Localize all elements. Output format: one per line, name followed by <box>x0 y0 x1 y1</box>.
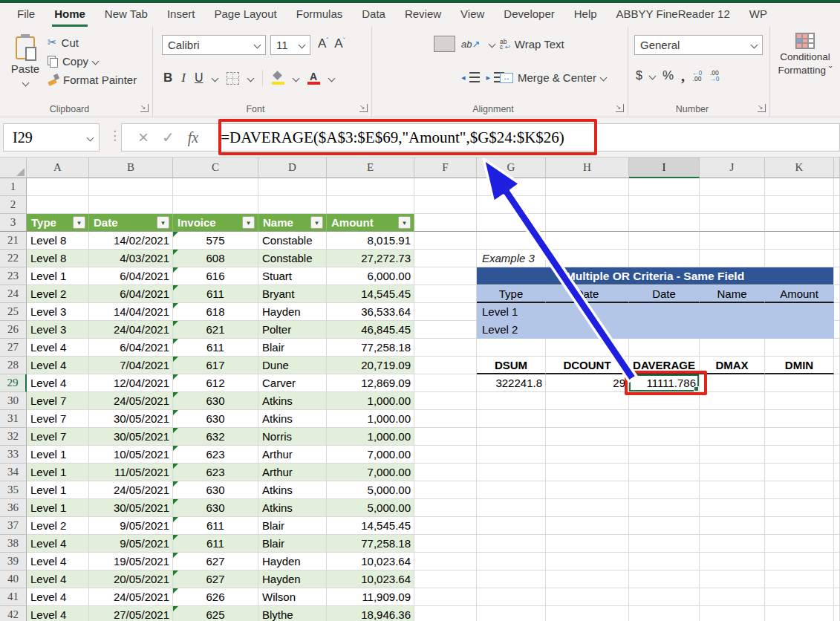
dfunction-value-J29[interactable] <box>700 374 765 392</box>
cell-A32[interactable]: Level 7 <box>27 428 89 446</box>
font-color-icon[interactable]: A <box>307 72 320 85</box>
font-name-combobox[interactable]: Calibri <box>162 35 266 55</box>
cell-G1[interactable] <box>477 178 546 196</box>
cell-D28[interactable]: Dune <box>258 357 327 374</box>
column-header-F[interactable]: F <box>414 157 477 178</box>
cell-partial-35[interactable] <box>834 481 840 499</box>
cell-G31[interactable] <box>477 410 546 428</box>
cell-partial-23[interactable] <box>834 267 840 285</box>
cell-K2[interactable] <box>765 196 834 214</box>
filter-button-amount[interactable]: ▾ <box>398 216 411 229</box>
cell-E34[interactable]: 7,000.00 <box>327 464 414 481</box>
row-header-30[interactable]: 30 <box>0 392 27 410</box>
cell-F32[interactable] <box>414 428 477 446</box>
cell-partial-31[interactable] <box>834 410 840 428</box>
cell-K35[interactable] <box>765 481 834 499</box>
cell-F37[interactable] <box>414 517 477 535</box>
cell-E27[interactable]: 77,258.18 <box>327 339 414 357</box>
increase-font-size-button[interactable]: Aˆ <box>318 36 328 51</box>
cell-B24[interactable]: 6/04/2021 <box>89 285 173 303</box>
enter-icon[interactable]: ✓ <box>162 129 175 146</box>
cell-partial-21[interactable] <box>834 232 840 250</box>
select-all-corner[interactable] <box>0 157 27 178</box>
cell-B41[interactable]: 24/05/2021 <box>89 588 173 606</box>
alignment-dialog-launcher-icon[interactable]: ↘ <box>616 104 624 112</box>
cell-D23[interactable]: Stuart <box>258 267 327 285</box>
row-header-36[interactable]: 36 <box>0 499 27 517</box>
italic-button[interactable]: I <box>181 71 186 85</box>
cell-partial-22[interactable] <box>834 250 840 267</box>
row-header-29[interactable]: 29 <box>0 374 27 392</box>
cell-F28[interactable] <box>414 357 477 374</box>
filter-button-name[interactable]: ▾ <box>310 216 323 229</box>
formula-input[interactable]: × ✓ fx =DAVERAGE($A$3:$E$69,"Amount",$G$… <box>121 123 840 152</box>
cell-C1[interactable] <box>173 178 258 196</box>
cell-C21[interactable]: 575 <box>173 232 258 250</box>
cell-E39[interactable]: 10,023.64 <box>327 553 414 570</box>
cell-G35[interactable] <box>477 481 546 499</box>
row-header-1[interactable]: 1 <box>0 178 27 196</box>
cell-B22[interactable]: 4/03/2021 <box>89 250 173 267</box>
cell-F35[interactable] <box>414 481 477 499</box>
cell-D41[interactable]: Wilson <box>258 588 327 606</box>
cell-K32[interactable] <box>765 428 834 446</box>
cell-G30[interactable] <box>477 392 546 410</box>
cell-D31[interactable]: Atkins <box>258 410 327 428</box>
criteria-value-cell-G25[interactable]: Level 1 <box>477 303 834 321</box>
currency-format-button[interactable]: $ <box>636 69 642 82</box>
cell-A38[interactable]: Level 4 <box>27 535 89 553</box>
cell-A27[interactable]: Level 4 <box>27 339 89 357</box>
cell-I38[interactable] <box>629 535 700 553</box>
paste-button[interactable]: Paste <box>7 34 43 88</box>
row-header-41[interactable]: 41 <box>0 588 27 606</box>
filter-button-invoice[interactable]: ▾ <box>242 216 255 229</box>
criteria-header-J24[interactable]: Name <box>700 285 765 303</box>
table-header-date[interactable]: Date▾ <box>89 214 173 232</box>
name-box[interactable]: I29 <box>3 123 100 152</box>
cell-partial-36[interactable] <box>834 499 840 517</box>
cell-D22[interactable]: Constable <box>258 250 327 267</box>
cell-K3[interactable] <box>765 214 834 232</box>
cell-B1[interactable] <box>89 178 173 196</box>
cell-D27[interactable]: Blair <box>258 339 327 357</box>
criteria-title-cell[interactable]: Multiple OR Criteria - Same Field <box>477 267 834 285</box>
cell-D25[interactable]: Hayden <box>258 303 327 321</box>
cell-J22[interactable] <box>700 250 765 267</box>
cell-G38[interactable] <box>477 535 546 553</box>
cell-F22[interactable] <box>414 250 477 267</box>
cell-partial-41[interactable] <box>834 588 840 606</box>
column-header-D[interactable]: D <box>258 157 327 178</box>
cell-B39[interactable]: 19/05/2021 <box>89 553 173 570</box>
cell-partial-2[interactable] <box>834 196 840 214</box>
formula-text[interactable]: =DAVERAGE($A$3:$E$69,"Amount",$G$24:$K$2… <box>221 129 564 147</box>
cell-E32[interactable]: 1,000.00 <box>327 428 414 446</box>
row-header-33[interactable]: 33 <box>0 446 27 464</box>
cell-H38[interactable] <box>546 535 629 553</box>
comma-format-button[interactable]: , <box>681 71 685 81</box>
cell-B38[interactable]: 9/05/2021 <box>89 535 173 553</box>
copy-button[interactable]: Copy <box>48 55 137 68</box>
cell-B34[interactable]: 11/05/2021 <box>89 464 173 481</box>
currency-dropdown-icon[interactable] <box>648 72 656 79</box>
cell-partial-32[interactable] <box>834 428 840 446</box>
cell-A39[interactable]: Level 4 <box>27 553 89 570</box>
cell-K37[interactable] <box>765 517 834 535</box>
cell-partial-40[interactable] <box>834 570 840 588</box>
cell-D35[interactable]: Atkins <box>258 481 327 499</box>
dfunction-value-H29[interactable]: 29 <box>546 374 629 392</box>
cell-D36[interactable]: Atkins <box>258 499 327 517</box>
cell-E42[interactable]: 18,946.36 <box>327 606 414 621</box>
cell-G22[interactable]: Example 3 <box>477 250 546 267</box>
column-header-C[interactable]: C <box>173 157 258 178</box>
paste-dropdown-icon[interactable] <box>22 79 29 87</box>
cell-B40[interactable]: 20/05/2021 <box>89 570 173 588</box>
cell-H22[interactable] <box>546 250 629 267</box>
cell-D1[interactable] <box>258 178 327 196</box>
conditional-formatting-button[interactable]: Conditional Formatting ˇ <box>770 33 840 77</box>
cell-F2[interactable] <box>414 196 477 214</box>
filter-button-type[interactable]: ▾ <box>73 216 85 229</box>
cell-J32[interactable] <box>700 428 765 446</box>
cell-J34[interactable] <box>700 464 765 481</box>
cell-A21[interactable]: Level 8 <box>27 232 89 250</box>
cell-I37[interactable] <box>629 517 700 535</box>
